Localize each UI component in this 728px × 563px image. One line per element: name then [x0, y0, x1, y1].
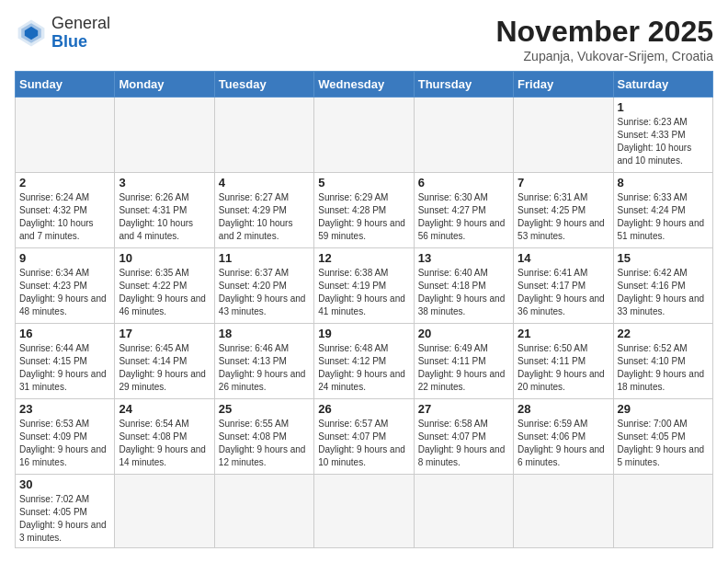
calendar-cell: 25Sunrise: 6:55 AM Sunset: 4:08 PM Dayli… [214, 399, 313, 475]
calendar-cell: 16Sunrise: 6:44 AM Sunset: 4:15 PM Dayli… [16, 324, 115, 399]
calendar-cell: 20Sunrise: 6:49 AM Sunset: 4:11 PM Dayli… [414, 324, 513, 399]
calendar-cell [414, 475, 513, 548]
day-info: Sunrise: 6:35 AM Sunset: 4:22 PM Dayligh… [119, 267, 210, 318]
day-number: 13 [418, 251, 509, 265]
day-info: Sunrise: 6:58 AM Sunset: 4:07 PM Dayligh… [418, 418, 509, 469]
day-number: 5 [318, 176, 409, 190]
day-number: 29 [618, 402, 709, 416]
weekday-header-sunday: Sunday [16, 72, 115, 98]
day-info: Sunrise: 6:23 AM Sunset: 4:33 PM Dayligh… [618, 116, 709, 167]
calendar-cell [613, 475, 712, 548]
day-number: 18 [219, 327, 310, 340]
calendar-cell: 21Sunrise: 6:50 AM Sunset: 4:11 PM Dayli… [514, 324, 613, 399]
day-number: 11 [219, 251, 310, 265]
calendar-cell: 1Sunrise: 6:23 AM Sunset: 4:33 PM Daylig… [613, 98, 712, 173]
calendar-cell: 9Sunrise: 6:34 AM Sunset: 4:23 PM Daylig… [16, 248, 115, 324]
day-info: Sunrise: 6:54 AM Sunset: 4:08 PM Dayligh… [119, 418, 210, 469]
calendar-cell [214, 475, 313, 548]
calendar-cell: 13Sunrise: 6:40 AM Sunset: 4:18 PM Dayli… [414, 248, 513, 324]
day-info: Sunrise: 6:48 AM Sunset: 4:12 PM Dayligh… [318, 342, 409, 394]
weekday-header-monday: Monday [115, 72, 214, 98]
logo-text: General Blue [51, 15, 110, 52]
day-info: Sunrise: 6:46 AM Sunset: 4:13 PM Dayligh… [219, 342, 310, 394]
day-info: Sunrise: 6:33 AM Sunset: 4:24 PM Dayligh… [618, 191, 709, 243]
day-number: 21 [518, 327, 609, 340]
calendar-cell: 7Sunrise: 6:31 AM Sunset: 4:25 PM Daylig… [514, 173, 613, 248]
day-number: 23 [19, 402, 110, 416]
calendar-cell: 2Sunrise: 6:24 AM Sunset: 4:32 PM Daylig… [16, 173, 115, 248]
weekday-header-saturday: Saturday [613, 72, 712, 98]
day-number: 28 [518, 402, 609, 416]
day-info: Sunrise: 6:26 AM Sunset: 4:31 PM Dayligh… [119, 191, 210, 243]
calendar-cell: 26Sunrise: 6:57 AM Sunset: 4:07 PM Dayli… [314, 399, 414, 475]
day-number: 20 [418, 327, 509, 340]
day-number: 16 [19, 327, 110, 340]
day-number: 7 [518, 176, 609, 190]
day-number: 10 [119, 251, 210, 265]
calendar-cell: 8Sunrise: 6:33 AM Sunset: 4:24 PM Daylig… [613, 173, 712, 248]
day-info: Sunrise: 6:45 AM Sunset: 4:14 PM Dayligh… [119, 342, 210, 394]
weekday-header-thursday: Thursday [414, 72, 513, 98]
day-number: 1 [618, 100, 709, 114]
day-info: Sunrise: 6:30 AM Sunset: 4:27 PM Dayligh… [418, 191, 509, 243]
calendar-cell: 19Sunrise: 6:48 AM Sunset: 4:12 PM Dayli… [314, 324, 414, 399]
day-info: Sunrise: 6:27 AM Sunset: 4:29 PM Dayligh… [219, 191, 310, 243]
calendar-cell: 15Sunrise: 6:42 AM Sunset: 4:16 PM Dayli… [613, 248, 712, 324]
calendar-cell: 14Sunrise: 6:41 AM Sunset: 4:17 PM Dayli… [514, 248, 613, 324]
calendar-cell: 11Sunrise: 6:37 AM Sunset: 4:20 PM Dayli… [214, 248, 313, 324]
day-info: Sunrise: 6:44 AM Sunset: 4:15 PM Dayligh… [19, 342, 110, 394]
day-info: Sunrise: 6:31 AM Sunset: 4:25 PM Dayligh… [518, 191, 609, 243]
calendar-cell: 4Sunrise: 6:27 AM Sunset: 4:29 PM Daylig… [214, 173, 313, 248]
calendar-week-row: 16Sunrise: 6:44 AM Sunset: 4:15 PM Dayli… [16, 324, 713, 399]
day-number: 30 [19, 477, 110, 491]
day-number: 12 [318, 251, 409, 265]
calendar-week-row: 23Sunrise: 6:53 AM Sunset: 4:09 PM Dayli… [16, 399, 713, 475]
weekday-header-tuesday: Tuesday [214, 72, 313, 98]
day-info: Sunrise: 6:37 AM Sunset: 4:20 PM Dayligh… [219, 267, 310, 318]
weekday-header-wednesday: Wednesday [314, 72, 414, 98]
day-info: Sunrise: 6:40 AM Sunset: 4:18 PM Dayligh… [418, 267, 509, 318]
logo-general: General [51, 15, 110, 33]
calendar-week-row: 30Sunrise: 7:02 AM Sunset: 4:05 PM Dayli… [16, 475, 713, 548]
day-info: Sunrise: 6:49 AM Sunset: 4:11 PM Dayligh… [418, 342, 509, 394]
day-info: Sunrise: 6:34 AM Sunset: 4:23 PM Dayligh… [19, 267, 110, 318]
calendar-cell [214, 98, 313, 173]
calendar-cell [514, 475, 613, 548]
calendar-cell: 5Sunrise: 6:29 AM Sunset: 4:28 PM Daylig… [314, 173, 414, 248]
calendar-cell: 12Sunrise: 6:38 AM Sunset: 4:19 PM Dayli… [314, 248, 414, 324]
page-header: General Blue November 2025 Zupanja, Vuko… [15, 15, 713, 63]
calendar-cell: 30Sunrise: 7:02 AM Sunset: 4:05 PM Dayli… [16, 475, 115, 548]
day-info: Sunrise: 6:42 AM Sunset: 4:16 PM Dayligh… [618, 267, 709, 318]
logo-blue: Blue [51, 33, 110, 52]
calendar-cell: 29Sunrise: 7:00 AM Sunset: 4:05 PM Dayli… [613, 399, 712, 475]
day-info: Sunrise: 6:57 AM Sunset: 4:07 PM Dayligh… [318, 418, 409, 469]
calendar-cell [16, 98, 115, 173]
day-info: Sunrise: 6:41 AM Sunset: 4:17 PM Dayligh… [518, 267, 609, 318]
calendar-cell: 10Sunrise: 6:35 AM Sunset: 4:22 PM Dayli… [115, 248, 214, 324]
calendar-cell: 6Sunrise: 6:30 AM Sunset: 4:27 PM Daylig… [414, 173, 513, 248]
calendar-cell [314, 475, 414, 548]
calendar-cell: 17Sunrise: 6:45 AM Sunset: 4:14 PM Dayli… [115, 324, 214, 399]
day-info: Sunrise: 7:02 AM Sunset: 4:05 PM Dayligh… [19, 493, 110, 545]
calendar-cell [314, 98, 414, 173]
day-info: Sunrise: 6:59 AM Sunset: 4:06 PM Dayligh… [518, 418, 609, 469]
day-info: Sunrise: 7:00 AM Sunset: 4:05 PM Dayligh… [618, 418, 709, 469]
day-number: 2 [19, 176, 110, 190]
calendar-header-row: SundayMondayTuesdayWednesdayThursdayFrid… [16, 72, 713, 98]
month-title: November 2025 [495, 15, 713, 49]
day-number: 25 [219, 402, 310, 416]
calendar-cell [414, 98, 513, 173]
calendar-cell: 28Sunrise: 6:59 AM Sunset: 4:06 PM Dayli… [514, 399, 613, 475]
day-info: Sunrise: 6:38 AM Sunset: 4:19 PM Dayligh… [318, 267, 409, 318]
day-number: 4 [219, 176, 310, 190]
day-number: 22 [618, 327, 709, 340]
day-number: 27 [418, 402, 509, 416]
calendar-cell [115, 475, 214, 548]
day-number: 8 [618, 176, 709, 190]
calendar-cell: 23Sunrise: 6:53 AM Sunset: 4:09 PM Dayli… [16, 399, 115, 475]
weekday-header-friday: Friday [514, 72, 613, 98]
day-number: 17 [119, 327, 210, 340]
day-info: Sunrise: 6:24 AM Sunset: 4:32 PM Dayligh… [19, 191, 110, 243]
day-number: 9 [19, 251, 110, 265]
day-info: Sunrise: 6:52 AM Sunset: 4:10 PM Dayligh… [618, 342, 709, 394]
